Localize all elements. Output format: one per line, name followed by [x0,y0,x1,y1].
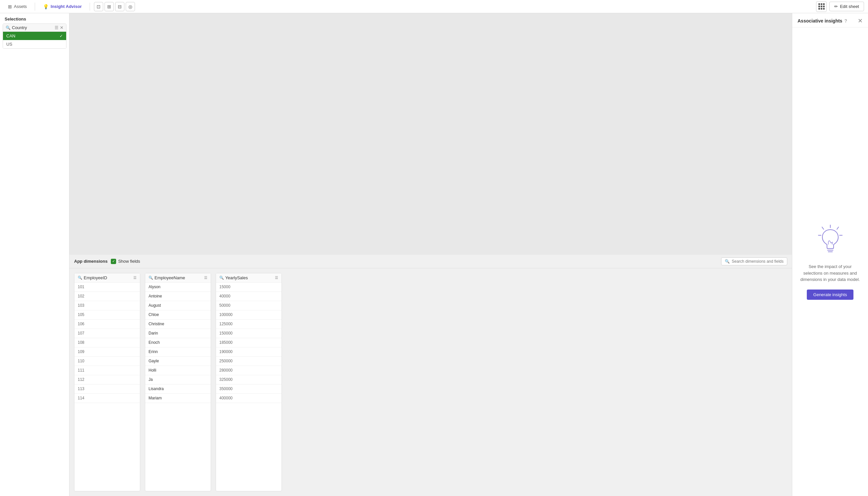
table-row[interactable]: 40000 [216,292,282,301]
table-row[interactable]: 106 [75,320,140,329]
table-row[interactable]: 112 [75,375,140,385]
tool-buttons: ⊡ ⊞ ⊟ ◎ [94,2,135,11]
table-row[interactable]: 102 [75,292,140,301]
table-row[interactable]: 100000 [216,310,282,320]
assets-icon: ⊞ [8,4,12,9]
table-row[interactable]: 15000 [216,283,282,292]
table-row[interactable]: 109 [75,347,140,357]
table-row[interactable]: 114 [75,394,140,403]
row-value: Lisandra [148,386,164,391]
assets-label: Assets [14,4,27,9]
table-row[interactable]: 325000 [216,375,282,385]
row-number: 106 [78,322,84,326]
col-list-icon[interactable]: ☰ [133,276,137,280]
dimensions-toolbar: App dimensions ✓ Show fields 🔍 [69,255,792,268]
table-row[interactable]: 125000 [216,320,282,329]
table-row[interactable]: 108 [75,338,140,347]
filter-item-us-label: US [6,42,12,47]
row-number: 40000 [219,294,230,298]
row-value: Antoine [148,294,162,298]
table-row[interactable]: Chloe [145,310,211,320]
dim-col-header-2: 🔍YearlySales☰ [216,273,282,283]
generate-insights-button[interactable]: Generate insights [807,290,854,300]
lasso-tool-btn[interactable]: ⊞ [105,2,114,11]
row-number: 105 [78,312,84,317]
table-row[interactable]: Mariam [145,394,211,403]
table-row[interactable]: 50000 [216,301,282,310]
dimension-columns: 🔍EmployeeID☰1011021031051061071081091101… [69,268,792,496]
table-row[interactable]: 400000 [216,394,282,403]
dim-column-1: 🔍EmployeeName☰AlysonAntoineAugustChloeCh… [145,273,211,492]
row-value: August [148,303,161,308]
tab-divider [35,3,35,11]
table-row[interactable]: 113 [75,385,140,394]
table-row[interactable]: 190000 [216,347,282,357]
select-tool-btn[interactable]: ⊡ [94,2,103,11]
col-list-icon[interactable]: ☰ [204,276,207,280]
table-row[interactable]: Ja [145,375,211,385]
row-number: 185000 [219,340,233,345]
search-dimensions-input[interactable] [732,259,784,264]
associative-insights-title: Associative insights ? [798,18,847,24]
table-row[interactable]: Antoine [145,292,211,301]
filter-pane-header: 🔍 Country ☰ ✕ [3,24,66,32]
filter-item-us[interactable]: US [3,40,66,48]
insight-advisor-tab[interactable]: 💡 Insight Advisor [39,2,86,11]
insight-description: See the impact of your selections on mea… [799,263,862,283]
show-fields-checkbox[interactable]: ✓ [111,259,116,264]
search-dimensions-box[interactable]: 🔍 [721,258,787,265]
row-value: Darin [148,331,158,336]
table-row[interactable]: Gayle [145,357,211,366]
table-row[interactable]: 250000 [216,357,282,366]
table-row[interactable]: Christine [145,320,211,329]
dim-rows-0: 101102103105106107108109110111112113114 [75,283,140,491]
filter-list-icon[interactable]: ☰ [54,25,59,30]
filter-clear-btn[interactable]: ✕ [60,25,64,30]
svg-line-3 [822,227,824,229]
row-value: Enoch [148,340,160,345]
row-number: 107 [78,331,84,336]
table-row[interactable]: 107 [75,329,140,338]
dim-rows-2: 1500040000500001000001250001500001850001… [216,283,282,491]
range-tool-btn[interactable]: ⊟ [115,2,124,11]
help-icon[interactable]: ? [844,18,847,24]
col-list-icon[interactable]: ☰ [275,276,278,280]
table-row[interactable]: Alyson [145,283,211,292]
edit-sheet-button[interactable]: ✏ Edit sheet [829,2,864,11]
filter-item-can-label: CAN [6,33,15,38]
table-row[interactable]: 101 [75,283,140,292]
right-panel-header: Associative insights ? ✕ [792,13,868,28]
assets-tab[interactable]: ⊞ Assets [4,2,31,11]
close-panel-btn[interactable]: ✕ [858,18,863,24]
table-row[interactable]: 110 [75,357,140,366]
table-row[interactable]: 111 [75,366,140,375]
dim-rows-1: AlysonAntoineAugustChloeChristineDarinEn… [145,283,211,491]
app-dimensions-title: App dimensions [74,259,108,264]
row-value: Mariam [148,396,162,400]
right-panel: Associative insights ? ✕ [792,13,868,496]
table-row[interactable]: Holli [145,366,211,375]
table-row[interactable]: 150000 [216,329,282,338]
filter-check-icon: ✓ [60,34,63,38]
grid-view-btn[interactable] [816,1,827,12]
row-number: 125000 [219,322,233,326]
row-value: Gayle [148,359,159,363]
table-row[interactable]: August [145,301,211,310]
edit-icon: ✏ [834,4,838,9]
table-row[interactable]: 350000 [216,385,282,394]
show-fields-label: Show fields [118,259,140,264]
circle-tool-btn[interactable]: ◎ [126,2,135,11]
table-row[interactable]: Lisandra [145,385,211,394]
table-row[interactable]: Enoch [145,338,211,347]
dim-col-title-0: EmployeeID [84,275,132,280]
table-row[interactable]: Erinn [145,347,211,357]
table-row[interactable]: 280000 [216,366,282,375]
show-fields-toggle[interactable]: ✓ Show fields [111,259,140,264]
table-row[interactable]: 103 [75,301,140,310]
dim-col-title-2: YearlySales [225,275,273,280]
row-value: Alyson [148,284,160,289]
table-row[interactable]: Darin [145,329,211,338]
filter-item-can[interactable]: CAN ✓ [3,32,66,40]
table-row[interactable]: 105 [75,310,140,320]
table-row[interactable]: 185000 [216,338,282,347]
